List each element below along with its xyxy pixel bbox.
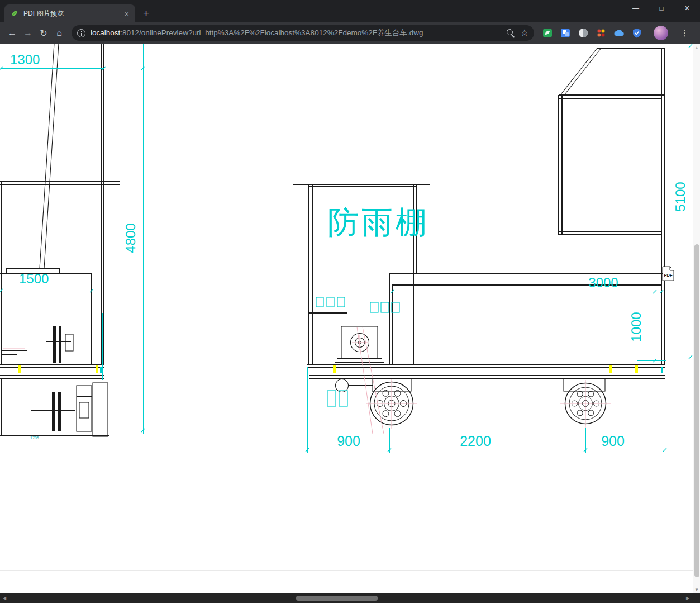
extension-icon-translate[interactable] — [560, 27, 571, 39]
address-bar[interactable]: localhost:8012/onlinePreview?url=http%3A… — [72, 25, 534, 41]
new-tab-button[interactable]: + — [143, 8, 149, 18]
dim-3000: 3000 — [588, 275, 618, 290]
browser-tab[interactable]: PDF图片预览 × — [4, 4, 135, 22]
tab-strip: PDF图片预览 × + — □ × — [0, 0, 700, 22]
dim-900-left: 900 — [337, 433, 360, 449]
shelter-label: 防雨棚 — [327, 205, 430, 240]
dim-4800: 4800 — [123, 223, 138, 253]
highlight-ticks — [18, 365, 663, 373]
favicon-leaf-icon — [10, 9, 19, 18]
page-zoom-icon[interactable] — [506, 29, 516, 38]
vertical-scrollbar[interactable]: ▲ ▼ — [693, 44, 700, 593]
extension-icon-circle[interactable] — [578, 27, 589, 39]
window-close-button[interactable]: × — [674, 0, 700, 17]
back-button[interactable]: ← — [4, 25, 20, 41]
extension-icon-shield[interactable] — [631, 27, 642, 39]
scroll-left-arrow-icon[interactable]: ◀ — [0, 593, 9, 603]
url-host: localhost — [91, 29, 120, 37]
window-controls: — □ × — [623, 0, 700, 17]
reload-button[interactable]: ↻ — [36, 25, 51, 41]
extension-icon-cloud[interactable] — [613, 27, 625, 39]
window-minimize-button[interactable]: — — [623, 0, 649, 17]
scroll-down-arrow-icon[interactable]: ▼ — [693, 586, 700, 593]
dim-2200: 2200 — [460, 433, 491, 449]
cad-drawing: 1300 4800 1500 防雨棚 3000 1000 5100 900 22… — [0, 44, 700, 593]
dimension-labels: 1300 4800 1500 防雨棚 3000 1000 5100 900 22… — [10, 52, 688, 449]
url-path: :8012/onlinePreview?url=http%3A%2F%2Floc… — [120, 29, 423, 37]
scroll-right-arrow-icon[interactable]: ▶ — [683, 593, 692, 603]
dim-5100: 5100 — [673, 182, 688, 211]
pdf-file-icon[interactable]: PDF — [663, 267, 674, 281]
vertical-scroll-thumb[interactable] — [694, 244, 699, 577]
extension-icon-grid[interactable] — [596, 27, 607, 39]
browser-menu-kebab-icon[interactable]: ⋮ — [680, 28, 689, 38]
profile-avatar[interactable] — [654, 26, 668, 40]
window-maximize-button[interactable]: □ — [649, 0, 674, 17]
forward-button[interactable]: → — [20, 25, 36, 41]
tab-title: PDF图片预览 — [23, 9, 118, 18]
extensions-area: ⋮ — [539, 26, 696, 40]
site-info-icon[interactable] — [77, 29, 85, 37]
url-text: localhost:8012/onlinePreview?url=http%3A… — [91, 28, 501, 38]
extension-icon-green[interactable] — [542, 27, 553, 39]
home-button[interactable]: ⌂ — [51, 25, 67, 41]
horizontal-scroll-thumb[interactable] — [296, 596, 378, 601]
dwg-preview-page: 1300 4800 1500 防雨棚 3000 1000 5100 900 22… — [0, 44, 700, 593]
horizontal-scrollbar[interactable]: ◀ ▶ — [0, 593, 700, 603]
dim-1000: 1000 — [628, 312, 644, 341]
pdf-icon-label: PDF — [664, 273, 673, 278]
tab-close-icon[interactable]: × — [122, 9, 131, 18]
scroll-up-arrow-icon[interactable]: ▲ — [693, 44, 700, 51]
browser-toolbar: ← → ↻ ⌂ localhost:8012/onlinePreview?url… — [0, 22, 700, 44]
dim-1500: 1500 — [19, 271, 49, 286]
bookmark-star-icon[interactable]: ☆ — [521, 29, 528, 37]
dim-small: 1785 — [30, 436, 39, 440]
dim-1300: 1300 — [10, 52, 40, 67]
dim-900-right: 900 — [601, 433, 625, 449]
